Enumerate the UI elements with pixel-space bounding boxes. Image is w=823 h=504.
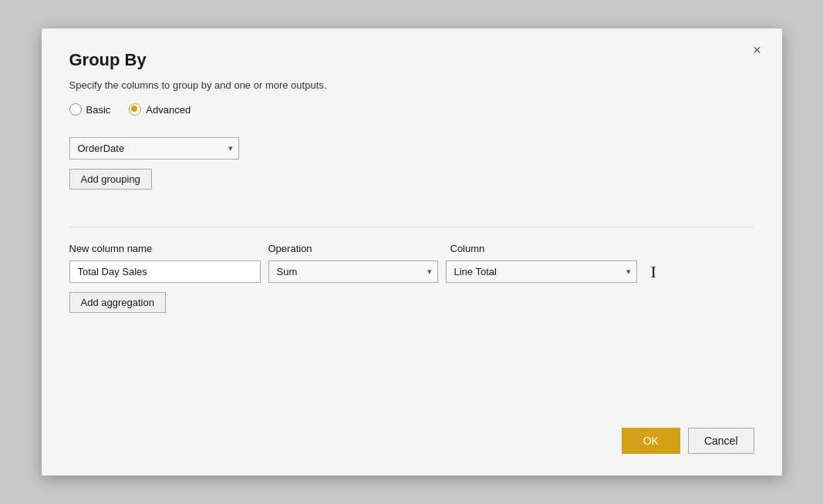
grouping-section: OrderDate SalesDate ShipDate ▾ Add group… [69,137,754,190]
group-by-dialog: × Group By Specify the columns to group … [42,29,782,475]
section-divider [69,227,754,227]
cursor-icon: I [651,262,656,282]
operation-dropdown[interactable]: Sum Average Min Max Count Count Distinct [268,260,438,283]
header-new-column-name: New column name [69,243,261,254]
column-dropdown-wrapper: Line Total OrderQty UnitPrice UnitPriceD… [446,260,637,283]
column-dropdown[interactable]: Line Total OrderQty UnitPrice UnitPriceD… [446,260,637,283]
radio-advanced[interactable]: Advanced [129,103,191,116]
dialog-title: Group By [69,50,754,70]
aggregation-section: New column name Operation Column Sum Ave… [69,243,754,313]
ok-button[interactable]: OK [622,428,680,454]
header-column: Column [450,243,642,254]
radio-basic[interactable]: Basic [69,103,111,116]
grouping-dropdown[interactable]: OrderDate SalesDate ShipDate [69,137,239,160]
grouping-dropdown-wrapper: OrderDate SalesDate ShipDate ▾ [69,137,239,160]
operation-dropdown-wrapper: Sum Average Min Max Count Count Distinct… [268,260,438,283]
add-grouping-button[interactable]: Add grouping [69,169,152,190]
radio-basic-label: Basic [86,104,111,116]
header-operation: Operation [268,243,438,254]
close-button[interactable]: × [747,39,768,61]
dialog-subtitle: Specify the columns to group by and one … [69,79,754,91]
cancel-button[interactable]: Cancel [688,428,754,454]
dialog-footer: OK Cancel [69,405,754,454]
new-column-name-input[interactable] [69,260,261,283]
radio-group: Basic Advanced [69,103,754,116]
close-icon: × [753,42,761,59]
radio-advanced-label: Advanced [146,104,191,116]
radio-basic-input[interactable] [69,103,82,116]
agg-row: Sum Average Min Max Count Count Distinct… [69,260,754,283]
agg-headers: New column name Operation Column [69,243,754,254]
add-aggregation-button[interactable]: Add aggregation [69,292,166,313]
radio-advanced-input[interactable] [129,103,141,116]
